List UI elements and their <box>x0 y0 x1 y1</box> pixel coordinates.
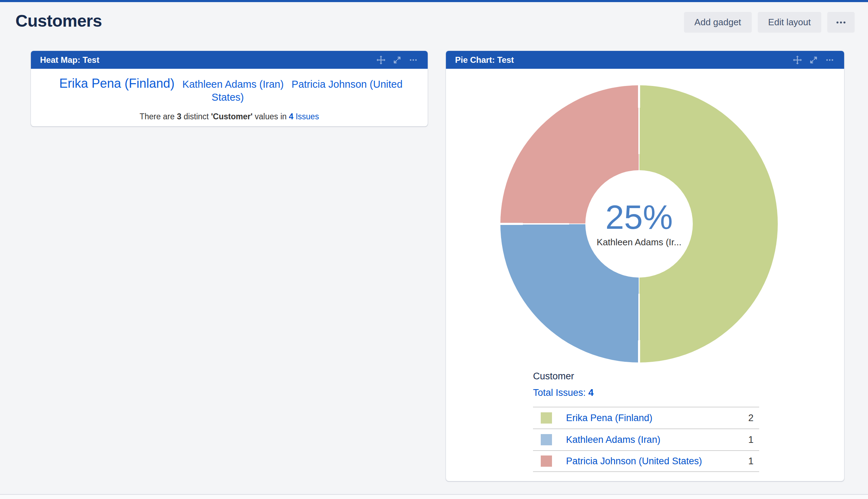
legend-table: Erika Pena (Finland) 2 Kathleen Adams (I… <box>533 407 759 472</box>
pie-gadget-controls <box>792 55 835 65</box>
legend-row: Patricia Johnson (United States) 1 <box>533 450 759 472</box>
issues-link[interactable]: 4 Issues <box>289 112 319 121</box>
legend-count: 1 <box>748 434 754 445</box>
maximize-icon[interactable] <box>392 55 402 65</box>
edit-layout-button[interactable]: Edit layout <box>758 12 821 33</box>
legend-label-link[interactable]: Kathleen Adams (Iran) <box>566 434 660 445</box>
heatmap-gadget-title: Heat Map: Test <box>40 55 99 65</box>
add-gadget-button[interactable]: Add gadget <box>684 12 752 33</box>
center-label: Kathleen Adams (Ir... <box>597 237 681 248</box>
issues-word: Issues <box>294 112 319 121</box>
more-horizontal-icon[interactable] <box>824 55 835 65</box>
more-horizontal-icon <box>835 16 847 28</box>
total-issues-link[interactable]: Total Issues: 4 <box>533 387 594 398</box>
distinct-count: 3 <box>177 112 182 121</box>
more-horizontal-icon[interactable] <box>408 55 419 65</box>
heatmap-name-link[interactable]: Erika Pena (Finland) <box>59 76 175 91</box>
legend-row: Kathleen Adams (Iran) 1 <box>533 428 759 450</box>
heatmap-names: Erika Pena (Finland) Kathleen Adams (Ira… <box>54 76 405 104</box>
legend-swatch <box>541 434 552 445</box>
legend-count: 1 <box>748 456 754 467</box>
dashboard-toolbar: Add gadget Edit layout <box>684 12 855 33</box>
top-accent-bar <box>0 0 868 2</box>
legend-label-link[interactable]: Erika Pena (Finland) <box>566 413 652 424</box>
legend-label-link[interactable]: Patricia Johnson (United States) <box>566 456 702 467</box>
pie-chart-gadget: Pie Chart: Test 25% Kathleen Adams (Ir..… <box>446 51 844 481</box>
legend-row: Erika Pena (Finland) 2 <box>533 407 759 428</box>
move-icon[interactable] <box>376 55 386 65</box>
heatmap-gadget-controls <box>376 55 419 65</box>
page-title: Customers <box>15 11 102 31</box>
heatmap-gadget: Heat Map: Test Erika Pena (Finland) Kath… <box>31 51 428 126</box>
pie-field-label: Customer <box>533 371 759 382</box>
center-percent: 25% <box>605 200 673 234</box>
field-name: 'Customer' <box>211 112 252 121</box>
legend-count: 2 <box>748 413 754 424</box>
maximize-icon[interactable] <box>808 55 819 65</box>
heatmap-gadget-header: Heat Map: Test <box>31 51 428 69</box>
pie-donut[interactable]: 25% Kathleen Adams (Ir... <box>500 85 778 362</box>
pie-footer: Customer Total Issues: 4 Erika Pena (Fin… <box>533 371 759 472</box>
dashboard-more-button[interactable] <box>827 12 855 33</box>
heatmap-body: Erika Pena (Finland) Kathleen Adams (Ira… <box>31 69 428 121</box>
summary-text: values in <box>252 112 289 121</box>
total-issues-text: Total Issues: <box>533 387 588 398</box>
total-issues-value: 4 <box>588 387 594 398</box>
summary-text: distinct <box>182 112 211 121</box>
pie-gadget-title: Pie Chart: Test <box>455 55 514 65</box>
donut-center: 25% Kathleen Adams (Ir... <box>585 170 693 278</box>
heatmap-summary: There are 3 distinct 'Customer' values i… <box>45 112 414 121</box>
page-footer-divider <box>0 494 868 499</box>
legend-swatch <box>541 455 552 467</box>
move-icon[interactable] <box>792 55 803 65</box>
issues-count: 4 <box>289 112 294 121</box>
heatmap-name-link[interactable]: Kathleen Adams (Iran) <box>182 79 284 90</box>
summary-text: There are <box>140 112 177 121</box>
pie-gadget-header: Pie Chart: Test <box>446 51 844 69</box>
legend-swatch <box>541 412 552 424</box>
